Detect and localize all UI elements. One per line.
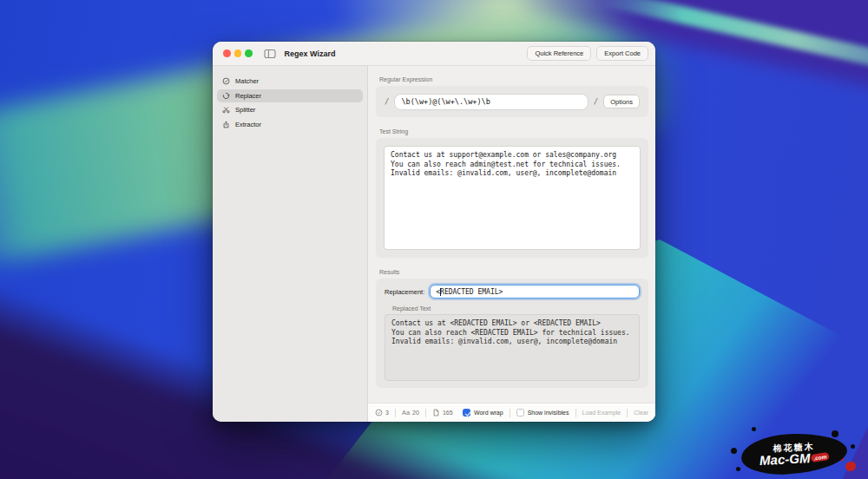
- watermark-blob: 棉花糖木 Mac-GM .com: [740, 431, 848, 476]
- test-string-text: Contact us at support@example.com or sal…: [391, 151, 634, 179]
- test-string-label: Test String: [379, 128, 648, 135]
- export-code-button[interactable]: Export Code: [596, 46, 648, 61]
- options-button[interactable]: Options: [603, 95, 640, 108]
- replacement-value: <REDACTED EMAIL>: [436, 288, 503, 296]
- test-string-textarea[interactable]: Contact us at support@example.com or sal…: [384, 146, 641, 250]
- word-wrap-label: Word wrap: [474, 410, 503, 416]
- refresh-circle-icon: [222, 92, 230, 100]
- traffic-lights: [223, 49, 253, 57]
- sidebar-item-label: Extractor: [235, 121, 261, 128]
- sidebar-item-splitter[interactable]: Splitter: [217, 103, 363, 117]
- show-invisibles-toggle[interactable]: Show invisibles: [516, 409, 569, 417]
- match-count-icon: [375, 409, 383, 417]
- sidebar-toggle-icon[interactable]: [264, 49, 276, 59]
- load-example-button[interactable]: Load Example: [582, 410, 621, 416]
- show-invisibles-checkbox[interactable]: [516, 409, 524, 417]
- regex-pattern-input[interactable]: \b(\w+)@(\w+\.\w+)\b: [394, 94, 588, 110]
- word-wrap-checkbox[interactable]: [463, 409, 470, 417]
- scissors-icon: [222, 106, 230, 114]
- results-label: Results: [379, 269, 648, 275]
- minimize-window-button[interactable]: [234, 49, 242, 57]
- watermark-brand: Mac-GM: [760, 451, 811, 468]
- quick-reference-button[interactable]: Quick Reference: [527, 46, 591, 61]
- char-count: 165: [443, 410, 453, 416]
- main-content: Regular Expression / \b(\w+)@(\w+\.\w+)\…: [368, 66, 655, 403]
- regex-wizard-window: Regex Wizard Quick Reference Export Code…: [213, 42, 655, 422]
- word-count: 20: [412, 410, 419, 416]
- results-card: Replacement: <REDACTED EMAIL> Replaced T…: [376, 279, 648, 388]
- match-count: 3: [385, 410, 389, 416]
- sidebar-item-label: Matcher: [235, 77, 259, 85]
- sidebar-item-label: Splitter: [235, 106, 255, 114]
- regex-section-label: Regular Expression: [379, 76, 648, 82]
- export-arrow-icon: [222, 121, 230, 128]
- show-invisibles-label: Show invisibles: [528, 410, 569, 416]
- sidebar-item-extractor[interactable]: Extractor: [217, 118, 363, 132]
- test-string-card: Contact us at support@example.com or sal…: [376, 138, 648, 258]
- regex-open-delimiter: /: [385, 97, 389, 106]
- sidebar: Matcher Replacer Splitte: [213, 66, 368, 422]
- status-bar: 3 Aa 20 165: [368, 403, 655, 422]
- sidebar-item-matcher[interactable]: Matcher: [217, 75, 363, 89]
- sidebar-item-replacer[interactable]: Replacer: [217, 89, 363, 103]
- titlebar: Regex Wizard Quick Reference Export Code: [213, 42, 655, 66]
- regex-card: / \b(\w+)@(\w+\.\w+)\b / Options: [376, 86, 648, 117]
- zoom-window-button[interactable]: [245, 49, 253, 57]
- replacement-label: Replacement:: [385, 288, 424, 296]
- window-title: Regex Wizard: [285, 49, 336, 58]
- close-window-button[interactable]: [223, 49, 231, 57]
- sidebar-item-label: Replacer: [235, 92, 261, 100]
- document-icon: [432, 409, 440, 417]
- text-size-icon: Aa: [402, 409, 410, 417]
- replacement-input[interactable]: <REDACTED EMAIL>: [430, 285, 640, 299]
- replaced-text-label: Replaced Text: [392, 305, 640, 312]
- text-caret: [440, 288, 441, 296]
- watermark-domain: .com: [811, 452, 830, 463]
- checkmark-circle-icon: [222, 77, 230, 85]
- replaced-text-area: Contact us at <REDACTED EMAIL> or <REDAC…: [385, 314, 640, 381]
- regex-close-delimiter: /: [594, 97, 598, 106]
- word-wrap-toggle[interactable]: Word wrap: [463, 409, 503, 417]
- watermark: 棉花糖木 Mac-GM .com: [729, 423, 859, 479]
- regex-pattern-value: \b(\w+)@(\w+\.\w+)\b: [401, 97, 490, 106]
- clear-button[interactable]: Clear: [634, 410, 648, 416]
- replaced-text: Contact us at <REDACTED EMAIL> or <REDAC…: [391, 319, 633, 347]
